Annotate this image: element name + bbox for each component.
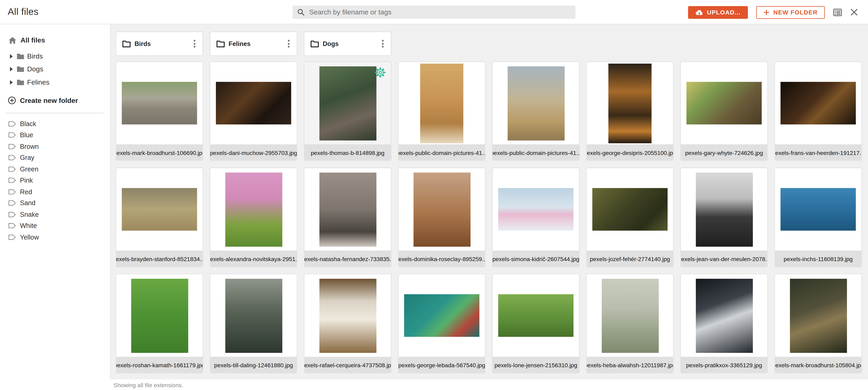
image-thumbnail <box>592 188 668 231</box>
sidebar-folder-item[interactable]: Felines <box>0 76 110 89</box>
file-card[interactable]: pexels-gary-whyte-724626.jpg <box>681 62 767 160</box>
tag-filter-item[interactable]: Snake <box>0 209 110 220</box>
page-title: All files <box>8 6 38 17</box>
file-card[interactable]: pexels-rafael-cerqueira-4737508.jpg <box>305 274 391 373</box>
create-new-folder-button[interactable]: Create new folder <box>0 94 110 106</box>
tag-filter-item[interactable]: Blue <box>0 129 110 141</box>
file-card[interactable]: pexels-lone-jensen-2156310.jpg <box>493 274 579 373</box>
sidebar-folder-item[interactable]: Birds <box>0 50 110 63</box>
folder-card-label: Dogs <box>323 40 339 47</box>
kebab-menu-icon[interactable] <box>380 38 386 50</box>
file-name: pexels-pratikxox-3365129.jpg <box>681 357 767 373</box>
file-card[interactable]: pexels-pratikxox-3365129.jpg <box>681 274 767 373</box>
file-name: pexels-roshan-kamath-1661179.jpg <box>116 357 203 373</box>
image-thumbnail <box>498 188 574 231</box>
file-card[interactable]: pexels-alexandra-novitskaya-2951... <box>211 168 297 267</box>
thumbnail-area <box>493 168 579 251</box>
status-bar: Showing all file extensions. <box>0 380 868 390</box>
file-card[interactable]: pexels-till-daling-12461880.jpg <box>211 274 297 373</box>
image-thumbnail <box>507 66 564 140</box>
upload-button[interactable]: UPLOAD... <box>688 6 748 19</box>
tag-list: Black Blue Brown Gray Green Pink <box>0 118 110 243</box>
file-name: pexels-jean-van-der-meulen-2078... <box>681 251 767 267</box>
image-thumbnail <box>404 294 479 337</box>
thumbnail-area <box>587 168 673 251</box>
sidebar-item-all-files[interactable]: All files <box>0 34 110 46</box>
sidebar-folder-label: Felines <box>27 78 50 86</box>
search-input[interactable] <box>308 8 571 17</box>
file-name: pexels-public-domain-pictures-41... <box>493 144 579 160</box>
file-card[interactable]: pexels-brayden-stanford-8521834.... <box>116 168 203 267</box>
tag-filter-item[interactable]: Green <box>0 163 110 175</box>
folder-card[interactable]: Felines <box>211 32 297 55</box>
tag-filter-item[interactable]: Black <box>0 118 110 130</box>
file-card[interactable]: pexels-public-domain-pictures-41... <box>399 62 485 160</box>
tag-filter-item[interactable]: Brown <box>0 141 110 152</box>
caret-right-icon[interactable] <box>10 67 13 72</box>
folder-card[interactable]: Birds <box>116 32 203 55</box>
thumbnail-area <box>399 62 485 144</box>
plus-icon <box>764 9 770 15</box>
image-thumbnail <box>780 188 856 231</box>
file-card[interactable]: pexels-frans-van-heerden-191217... <box>775 62 861 160</box>
file-card[interactable]: pexels-jean-van-der-meulen-2078... <box>681 168 767 267</box>
tag-icon <box>8 189 16 195</box>
tag-label: Green <box>20 165 38 173</box>
tag-filter-item[interactable]: Sand <box>0 197 110 209</box>
close-button[interactable] <box>850 8 858 16</box>
header-actions: UPLOAD... NEW FOLDER <box>688 0 868 24</box>
tag-icon <box>8 211 16 218</box>
tag-label: Red <box>20 188 32 196</box>
tag-filter-item[interactable]: Pink <box>0 175 110 186</box>
file-card[interactable]: pexels-mark-broadhurst-105804.jpg <box>775 274 861 373</box>
file-card[interactable]: pexels-george-lebada-567540.jpg <box>399 274 485 373</box>
folder-icon <box>17 79 24 86</box>
file-card[interactable]: pexels-mark-broadhurst-106690.jpg <box>116 62 203 160</box>
file-manager-window: All files UPLOAD... NEW FOL <box>0 0 868 390</box>
search-bar[interactable] <box>293 5 576 19</box>
file-card[interactable]: pexels-dani-muchow-2955703.jpg <box>211 62 297 160</box>
tag-filter-item[interactable]: Yellow <box>0 231 110 243</box>
list-view-button[interactable] <box>833 8 842 16</box>
sidebar-folder-item[interactable]: Dogs <box>0 63 110 76</box>
gear-icon[interactable] <box>375 67 386 80</box>
folder-icon <box>17 66 24 73</box>
sidebar-divider <box>5 112 103 113</box>
thumbnail-area <box>399 274 485 357</box>
file-card[interactable]: pexels-inchs-11608139.jpg <box>775 168 861 267</box>
file-card[interactable]: pexels-simona-kidrič-2607544.jpg <box>493 168 579 267</box>
file-card[interactable]: pexels-natasha-fernandez-733835... <box>305 168 391 267</box>
tag-label: Yellow <box>20 233 39 241</box>
thumbnail-area <box>211 62 297 144</box>
sidebar-root-label: All files <box>21 37 45 44</box>
home-icon <box>8 37 17 44</box>
file-card[interactable]: pexels-thomas-b-814898.jpg <box>305 62 391 160</box>
kebab-menu-icon[interactable] <box>286 38 292 50</box>
tag-filter-item[interactable]: White <box>0 220 110 232</box>
caret-right-icon[interactable] <box>10 80 13 85</box>
folder-card[interactable]: Dogs <box>305 32 391 55</box>
image-thumbnail <box>131 279 188 353</box>
file-card[interactable]: pexels-george-desipris-2055100.jpg <box>587 62 673 160</box>
tag-filter-item[interactable]: Gray <box>0 152 110 163</box>
caret-right-icon[interactable] <box>10 54 13 59</box>
file-name: pexels-inchs-11608139.jpg <box>775 251 861 267</box>
tag-icon <box>8 166 16 172</box>
file-card[interactable]: pexels-heba-alwahsh-12011987.jpg <box>587 274 673 373</box>
thumbnail-area <box>211 274 297 357</box>
new-folder-button[interactable]: NEW FOLDER <box>756 6 825 19</box>
file-name: pexels-mark-broadhurst-106690.jpg <box>116 144 203 160</box>
tag-label: Blue <box>20 131 33 139</box>
tag-label: Black <box>20 120 36 128</box>
file-card[interactable]: pexels-public-domain-pictures-41... <box>493 62 579 160</box>
thumbnail-area <box>681 274 767 357</box>
file-card[interactable]: pexels-roshan-kamath-1661179.jpg <box>116 274 203 373</box>
tag-icon <box>8 120 16 127</box>
file-card[interactable]: pexels-dominika-roseclay-895259.... <box>399 168 485 267</box>
kebab-menu-icon[interactable] <box>191 38 197 50</box>
image-thumbnail <box>695 172 753 246</box>
file-card[interactable]: pexels-jozef-fehér-2774140.jpg <box>587 168 673 267</box>
image-thumbnail <box>686 82 762 124</box>
thumbnail-area <box>305 274 391 357</box>
tag-filter-item[interactable]: Red <box>0 186 110 197</box>
